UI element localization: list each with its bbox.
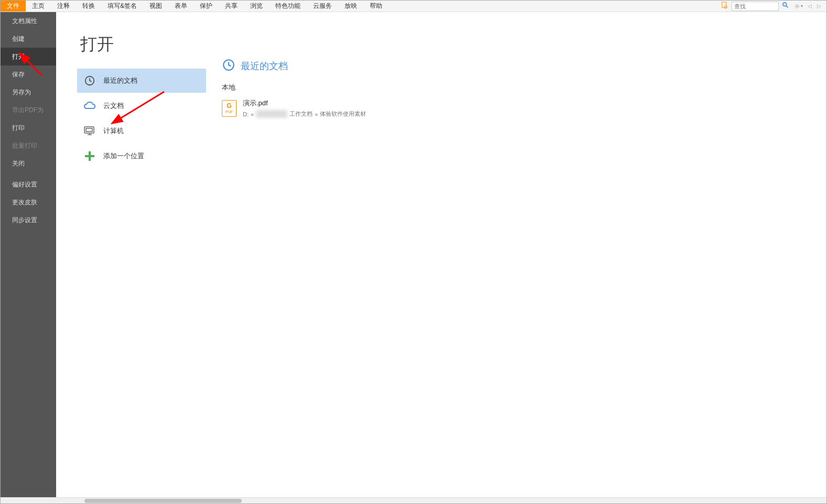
- recent-files-panel: 最近的文档 本地 G PDF 演示.pdf D: » （隐藏） 工作文档 » 体: [206, 12, 826, 497]
- svg-point-4: [795, 4, 799, 8]
- settings-dropdown-icon[interactable]: ▾: [792, 3, 804, 9]
- svg-line-3: [786, 6, 788, 8]
- file-sidebar: 文档属性 创建 打开 保存 另存为 导出PDF为 打印 批量打印 关闭 偏好设置…: [1, 12, 56, 497]
- svg-rect-0: [722, 2, 726, 8]
- open-locations-panel: 打开 最近的文档 云文档: [56, 12, 206, 497]
- pdf-file-icon: G PDF: [222, 100, 237, 117]
- svg-point-2: [783, 3, 787, 6]
- horizontal-scrollbar[interactable]: [1, 497, 826, 503]
- menubar: 文件 主页 注释 转换 填写&签名 视图 表单 保护 共享 浏览 特色功能 云服…: [1, 1, 826, 12]
- tab-home[interactable]: 主页: [26, 1, 51, 12]
- tab-annotate[interactable]: 注释: [51, 1, 76, 12]
- loc-cloud-label: 云文档: [103, 101, 124, 111]
- svg-point-1: [724, 6, 727, 8]
- recent-file-row[interactable]: G PDF 演示.pdf D: » （隐藏） 工作文档 » 体验软件使用素材: [222, 96, 826, 120]
- sidebar-skin[interactable]: 更改皮肤: [1, 193, 56, 211]
- cloud-icon: [83, 100, 96, 112]
- svg-rect-8: [86, 128, 92, 132]
- tab-form[interactable]: 表单: [168, 1, 194, 12]
- computer-icon: [83, 125, 96, 137]
- recent-files-title: 最近的文档: [241, 60, 288, 72]
- loc-addplace-label: 添加一个位置: [103, 151, 144, 161]
- page-title: 打开: [77, 33, 206, 56]
- tab-view[interactable]: 视图: [143, 1, 168, 12]
- tab-fill-sign[interactable]: 填写&签名: [101, 1, 143, 12]
- sidebar-close[interactable]: 关闭: [1, 155, 56, 172]
- clock-icon: [222, 58, 235, 73]
- tab-slideshow[interactable]: 放映: [338, 1, 363, 12]
- loc-recent[interactable]: 最近的文档: [77, 69, 206, 93]
- file-path: D: » （隐藏） 工作文档 » 体验软件使用素材: [243, 110, 366, 118]
- sidebar-create[interactable]: 创建: [1, 30, 56, 48]
- tab-share[interactable]: 共享: [219, 1, 244, 12]
- svg-point-5: [797, 5, 798, 7]
- nav-forward-icon[interactable]: ▷: [815, 3, 823, 9]
- tab-browse[interactable]: 浏览: [244, 1, 269, 12]
- sidebar-batch-print[interactable]: 批量打印: [1, 137, 56, 155]
- scroll-thumb[interactable]: [84, 499, 242, 503]
- tab-convert[interactable]: 转换: [76, 1, 101, 12]
- tab-file[interactable]: 文件: [1, 1, 26, 12]
- loc-add-place[interactable]: 添加一个位置: [77, 144, 206, 168]
- search-box[interactable]: [732, 2, 779, 11]
- sidebar-print[interactable]: 打印: [1, 119, 56, 137]
- tab-protect[interactable]: 保护: [194, 1, 219, 12]
- file-name: 演示.pdf: [243, 98, 366, 108]
- loc-computer[interactable]: 计算机: [77, 119, 206, 143]
- loc-recent-label: 最近的文档: [103, 76, 137, 85]
- clock-icon: [83, 74, 96, 87]
- sidebar-preferences[interactable]: 偏好设置: [1, 176, 56, 193]
- sidebar-properties[interactable]: 文档属性: [1, 12, 56, 30]
- section-local-label: 本地: [222, 83, 826, 92]
- sidebar-sync[interactable]: 同步设置: [1, 211, 56, 229]
- sidebar-open[interactable]: 打开: [1, 48, 56, 65]
- find-in-page-icon[interactable]: [719, 2, 731, 10]
- nav-back-icon[interactable]: ◁: [805, 3, 814, 9]
- loc-cloud[interactable]: 云文档: [77, 94, 206, 118]
- search-icon[interactable]: [780, 2, 791, 10]
- tab-cloud[interactable]: 云服务: [307, 1, 338, 12]
- sidebar-save[interactable]: 保存: [1, 65, 56, 83]
- sidebar-export-pdf[interactable]: 导出PDF为: [1, 101, 56, 119]
- tab-features[interactable]: 特色功能: [269, 1, 307, 12]
- search-input[interactable]: [734, 3, 776, 9]
- loc-computer-label: 计算机: [103, 126, 124, 136]
- sidebar-saveas[interactable]: 另存为: [1, 83, 56, 101]
- plus-icon: [83, 150, 96, 162]
- tab-help[interactable]: 帮助: [363, 1, 389, 12]
